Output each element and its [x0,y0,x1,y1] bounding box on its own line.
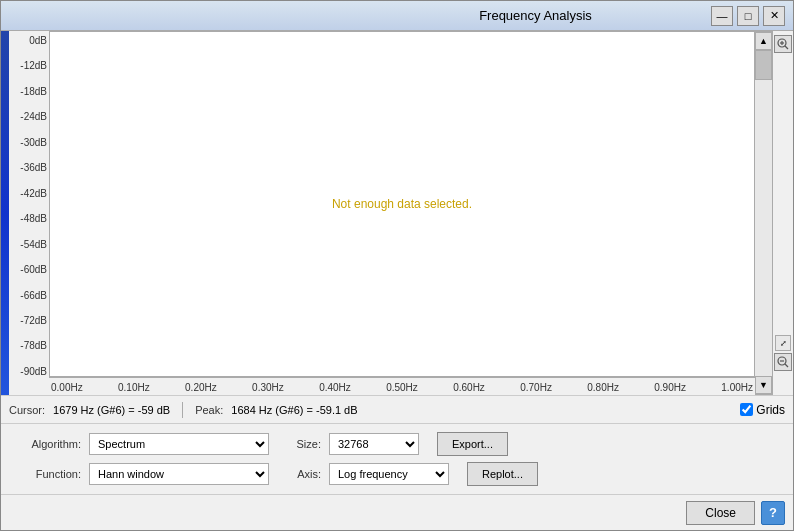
y-label-0db: 0dB [13,35,47,46]
size-label: Size: [287,438,321,450]
y-label-54db: -54dB [13,239,47,250]
peak-value: 1684 Hz (G#6) = -59.1 dB [231,404,357,416]
algorithm-label: Algorithm: [13,438,81,450]
chart-message: Not enough data selected. [332,197,472,211]
x-label-5: 0.50Hz [386,382,418,393]
cursor-label: Cursor: [9,404,45,416]
chart-and-scrollbar: Not enough data selected. 0.00Hz 0.10Hz … [49,31,773,395]
x-label-9: 0.90Hz [654,382,686,393]
grids-checkbox[interactable] [740,403,753,416]
x-label-7: 0.70Hz [520,382,552,393]
y-label-36db: -36dB [13,162,47,173]
algorithm-select[interactable]: Spectrum Autocorrelation Cepstrum Enhanc… [89,433,269,455]
y-axis: 0dB -12dB -18dB -24dB -30dB -36dB -42dB … [9,31,49,395]
help-button[interactable]: ? [761,501,785,525]
x-label-1: 0.10Hz [118,382,150,393]
scroll-up-arrow[interactable]: ▲ [755,32,772,50]
y-label-48db: -48dB [13,213,47,224]
title-bar-buttons: — □ ✕ [711,6,785,26]
maximize-button[interactable]: □ [737,6,759,26]
x-label-2: 0.20Hz [185,382,217,393]
y-label-24db: -24dB [13,111,47,122]
y-label-60db: -60dB [13,264,47,275]
window-title: Frequency Analysis [360,8,711,23]
grids-label[interactable]: Grids [756,403,785,417]
scroll-track[interactable] [755,50,772,376]
scroll-down-arrow[interactable]: ▼ [755,376,772,394]
replot-button[interactable]: Replot... [467,462,538,486]
x-labels: 0.00Hz 0.10Hz 0.20Hz 0.30Hz 0.40Hz 0.50H… [49,380,755,393]
cursor-value: 1679 Hz (G#6) = -59 dB [53,404,170,416]
x-axis: 0.00Hz 0.10Hz 0.20Hz 0.30Hz 0.40Hz 0.50H… [49,377,755,395]
zoom-in-top-button[interactable] [774,35,792,53]
status-bar: Cursor: 1679 Hz (G#6) = -59 dB Peak: 168… [1,395,793,423]
y-label-12db: -12dB [13,60,47,71]
y-label-78db: -78dB [13,340,47,351]
chart-area: 0dB -12dB -18dB -24dB -30dB -36dB -42dB … [9,31,773,395]
peak-label: Peak: [195,404,223,416]
right-controls: ⤢ [773,31,793,395]
x-label-8: 0.80Hz [587,382,619,393]
y-label-42db: -42dB [13,188,47,199]
window-close-button[interactable]: ✕ [763,6,785,26]
function-select[interactable]: Rectangular Bartlett Hann window Hamming… [89,463,269,485]
scroll-thumb[interactable] [755,50,772,80]
main-content: 0dB -12dB -18dB -24dB -30dB -36dB -42dB … [1,31,793,395]
algorithm-row: Algorithm: Spectrum Autocorrelation Ceps… [13,432,781,456]
size-select[interactable]: 128 256 512 1024 2048 4096 8192 16384 32… [329,433,419,455]
function-label: Function: [13,468,81,480]
x-label-3: 0.30Hz [252,382,284,393]
export-button[interactable]: Export... [437,432,508,456]
status-separator [182,402,183,418]
chart-plot[interactable]: Not enough data selected. [49,31,755,377]
svg-line-1 [785,46,788,49]
controls-bar: Algorithm: Spectrum Autocorrelation Ceps… [1,423,793,494]
title-bar: Frequency Analysis — □ ✕ [1,1,793,31]
y-label-18db: -18dB [13,86,47,97]
bottom-bar: Close ? [1,494,793,530]
waveform-left-strip [1,31,9,395]
y-label-66db: -66dB [13,290,47,301]
zoom-out-bottom-button[interactable] [774,353,792,371]
v-scrollbar[interactable]: ▲ ▼ [755,31,773,395]
axis-select[interactable]: Linear frequency Log frequency Pitch (MI… [329,463,449,485]
svg-line-5 [785,364,788,367]
pan-icon[interactable]: ⤢ [775,335,791,351]
y-label-72db: -72dB [13,315,47,326]
x-label-4: 0.40Hz [319,382,351,393]
x-label-10: 1.00Hz [721,382,753,393]
axis-label: Axis: [287,468,321,480]
frequency-analysis-window: Frequency Analysis — □ ✕ 0dB -12dB -18dB… [0,0,794,531]
x-label-6: 0.60Hz [453,382,485,393]
x-label-0: 0.00Hz [51,382,83,393]
chart-with-vscroll: Not enough data selected. 0.00Hz 0.10Hz … [49,31,773,395]
y-label-30db: -30dB [13,137,47,148]
function-row: Function: Rectangular Bartlett Hann wind… [13,462,781,486]
grids-checkbox-group[interactable]: Grids [740,403,785,417]
y-label-90db: -90dB [13,366,47,377]
minimize-button[interactable]: — [711,6,733,26]
close-button[interactable]: Close [686,501,755,525]
